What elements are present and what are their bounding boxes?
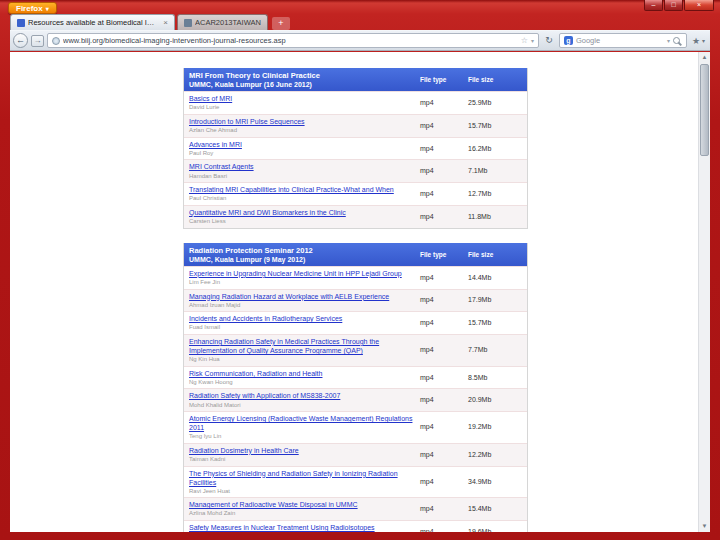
file-size-column-header: File size [468, 76, 522, 83]
resource-title-cell: Quantitative MRI and DWI Biomarkers in t… [189, 208, 420, 225]
resource-title-cell: The Physics of Shielding and Radiation S… [189, 469, 420, 495]
table-header: Radiation Protection Seminar 2012UMMC, K… [184, 243, 527, 266]
resource-link[interactable]: Enhancing Radiation Safety in Medical Pr… [189, 337, 420, 355]
tab-acar2013taiwan[interactable]: ACAR2013TAIWAN [177, 14, 268, 30]
resource-title-cell: Enhancing Radiation Safety in Medical Pr… [189, 337, 420, 363]
table-row: Enhancing Radiation Safety in Medical Pr… [184, 334, 527, 366]
resource-author: Lim Fee Jin [189, 279, 420, 286]
search-magnifier-icon[interactable] [673, 37, 680, 44]
table-row: Basics of MRIDavid Luriemp425.9Mb [184, 91, 527, 114]
file-size-cell: 7.7Mb [468, 346, 522, 353]
table-header: MRI From Theory to Clinical PracticeUMMC… [184, 68, 527, 91]
file-size-cell: 34.9Mb [468, 478, 522, 485]
table-title-block: Radiation Protection Seminar 2012UMMC, K… [189, 246, 420, 263]
resource-link[interactable]: Management of Radioactive Waste Disposal… [189, 500, 420, 509]
table-row: Experience in Upgrading Nuclear Medicine… [184, 266, 527, 289]
globe-icon [52, 37, 60, 45]
tab-close-icon[interactable]: × [163, 19, 168, 27]
table-row: Introduction to MRI Pulse SequencesAzlan… [184, 114, 527, 137]
tab-bar: Resources available at Biomedical Im... … [10, 14, 610, 30]
bookmark-hollow-star-icon[interactable]: ☆ [521, 36, 528, 45]
search-bar[interactable]: g Google ▾ [559, 33, 687, 48]
resource-title-cell: Management of Radioactive Waste Disposal… [189, 500, 420, 517]
file-type-column-header: File type [420, 251, 468, 258]
resource-link[interactable]: Basics of MRI [189, 94, 420, 103]
resource-link[interactable]: Managing Radiation Hazard at Workplace w… [189, 292, 420, 301]
page-scrollbar[interactable]: ▲ ▼ [698, 52, 710, 532]
resource-author: Ahmad Izuan Majid [189, 302, 420, 309]
table-row: Management of Radioactive Waste Disposal… [184, 497, 527, 520]
file-size-cell: 20.9Mb [468, 396, 522, 403]
file-size-cell: 12.7Mb [468, 190, 522, 197]
file-type-cell: mp4 [420, 505, 468, 512]
table-row: Safety Measures in Nuclear Treatment Usi… [184, 520, 527, 532]
resources-page: MRI From Theory to Clinical PracticeUMMC… [183, 68, 528, 532]
resource-link[interactable]: Introduction to MRI Pulse Sequences [189, 117, 420, 126]
resource-author: Teng Iyu Lin [189, 433, 420, 440]
minimize-button[interactable]: – [644, 0, 663, 11]
resource-title-cell: Radiation Safety with Application of MS8… [189, 391, 420, 408]
resource-author: Fuad Ismail [189, 324, 420, 331]
forward-button[interactable]: → [31, 35, 44, 47]
resource-title-cell: MRI Contrast AgentsHamdan Basri [189, 162, 420, 179]
resource-link[interactable]: Radiation Safety with Application of MS8… [189, 391, 420, 400]
file-size-cell: 15.7Mb [468, 319, 522, 326]
scroll-up-button[interactable]: ▲ [699, 52, 710, 63]
file-type-cell: mp4 [420, 213, 468, 220]
table-row: Risk Communication, Radiation and Health… [184, 366, 527, 389]
back-button[interactable]: ← [13, 33, 28, 48]
resource-author: Paul Roy [189, 150, 420, 157]
file-type-cell: mp4 [420, 145, 468, 152]
resource-title-cell: Risk Communication, Radiation and Health… [189, 369, 420, 386]
search-dropdown-icon[interactable]: ▾ [667, 37, 670, 44]
resource-title-cell: Experience in Upgrading Nuclear Medicine… [189, 269, 420, 286]
url-bar[interactable]: www.biij.org/biomedical-imaging-interven… [47, 33, 539, 48]
resource-link[interactable]: MRI Contrast Agents [189, 162, 420, 171]
maximize-button[interactable]: □ [664, 0, 683, 11]
resource-author: Ng Kwan Hoong [189, 379, 420, 386]
resource-link[interactable]: Atomic Energy Licensing (Radioactive Was… [189, 414, 420, 432]
resource-link[interactable]: Radiation Dosimetry in Health Care [189, 446, 420, 455]
resource-table-radiation-seminar: Radiation Protection Seminar 2012UMMC, K… [183, 243, 528, 533]
file-size-cell: 15.4Mb [468, 505, 522, 512]
file-size-cell: 19.2Mb [468, 423, 522, 430]
scroll-down-button[interactable]: ▼ [699, 521, 710, 532]
resource-link[interactable]: Incidents and Accidents in Radiotherapy … [189, 314, 420, 323]
url-dropdown-icon[interactable]: ▾ [531, 37, 534, 44]
file-type-cell: mp4 [420, 423, 468, 430]
resource-author: Ravi Jeen Huat [189, 488, 420, 495]
table-row: Translating MRI Capabilities into Clinic… [184, 182, 527, 205]
file-type-cell: mp4 [420, 122, 468, 129]
table-row: The Physics of Shielding and Radiation S… [184, 466, 527, 498]
scrollbar-thumb[interactable] [700, 64, 709, 156]
resource-title-cell: Radiation Dosimetry in Health CareTaiman… [189, 446, 420, 463]
resource-title-cell: Atomic Energy Licensing (Radioactive Was… [189, 414, 420, 440]
table-row: Incidents and Accidents in Radiotherapy … [184, 311, 527, 334]
file-size-cell: 16.2Mb [468, 145, 522, 152]
tab-resources[interactable]: Resources available at Biomedical Im... … [10, 14, 175, 30]
resource-link[interactable]: Risk Communication, Radiation and Health [189, 369, 420, 378]
table-title: MRI From Theory to Clinical Practice [189, 71, 420, 80]
resource-title-cell: Introduction to MRI Pulse SequencesAzlan… [189, 117, 420, 134]
resource-link[interactable]: Translating MRI Capabilities into Clinic… [189, 185, 420, 194]
file-type-cell: mp4 [420, 478, 468, 485]
navigation-toolbar: ← → www.biij.org/biomedical-imaging-inte… [10, 30, 710, 51]
resource-link[interactable]: Safety Measures in Nuclear Treatment Usi… [189, 523, 420, 532]
file-size-cell: 8.5Mb [468, 374, 522, 381]
table-row: MRI Contrast AgentsHamdan Basrimp47.1Mb [184, 159, 527, 182]
resource-link[interactable]: Advances in MRI [189, 140, 420, 149]
url-bar-icons: ☆ ▾ [521, 36, 534, 45]
titlebar: Firefox ▾ – □ × [0, 0, 720, 14]
bookmarks-dropdown-icon[interactable]: ▾ [702, 37, 705, 44]
bookmarks-star-icon[interactable]: ★ [692, 36, 700, 46]
table-row: Quantitative MRI and DWI Biomarkers in t… [184, 205, 527, 228]
close-button[interactable]: × [684, 0, 714, 11]
firefox-menu-button[interactable]: Firefox ▾ [8, 2, 57, 14]
resource-link[interactable]: Quantitative MRI and DWI Biomarkers in t… [189, 208, 420, 217]
resource-link[interactable]: The Physics of Shielding and Radiation S… [189, 469, 420, 487]
resource-title-cell: Basics of MRIDavid Lurie [189, 94, 420, 111]
reload-button[interactable]: ↻ [542, 33, 556, 48]
new-tab-button[interactable]: + [272, 17, 290, 30]
resource-link[interactable]: Experience in Upgrading Nuclear Medicine… [189, 269, 420, 278]
window-controls: – □ × [643, 0, 714, 11]
